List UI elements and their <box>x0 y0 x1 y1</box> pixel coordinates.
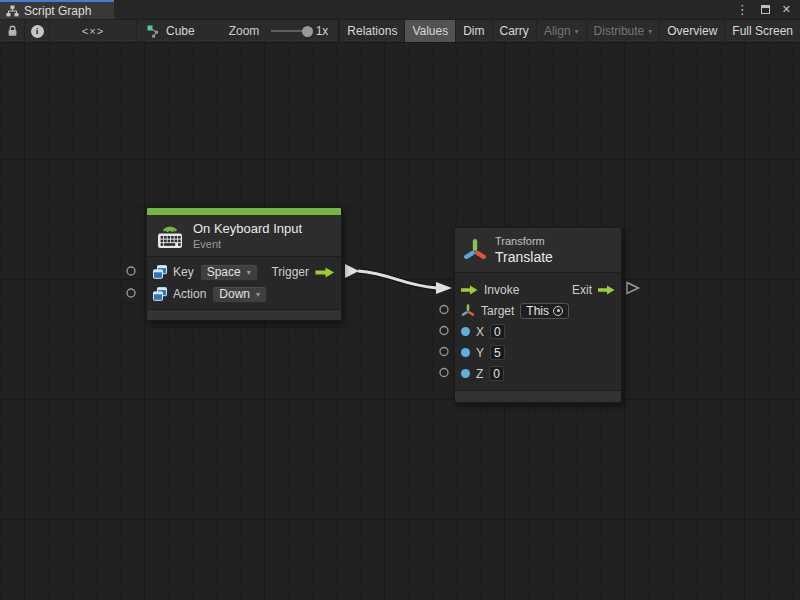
target-port-row: Target This <box>455 300 621 321</box>
y-port-row: Y 5 <box>455 342 621 363</box>
x-value-input[interactable]: 0 <box>490 324 505 339</box>
enum-value-icon <box>153 287 167 301</box>
lock-icon <box>7 25 18 37</box>
node-footer <box>455 391 621 402</box>
node-title: Translate <box>495 249 553 265</box>
key-input-port[interactable] <box>127 267 135 275</box>
z-port-label: Z <box>476 367 483 381</box>
graph-pointer-icon <box>147 25 160 38</box>
zoom-label: Zoom <box>229 24 260 38</box>
on-keyboard-input-node[interactable]: On Keyboard Input Event Key Space ▾ <box>146 207 342 321</box>
script-graph-window: Script Graph ⋮ ✕ i <×> <box>0 0 800 600</box>
node-subtitle: Event <box>193 238 302 250</box>
object-picker-icon[interactable] <box>553 306 563 316</box>
node-footer <box>147 310 341 320</box>
window-controls: ⋮ ✕ <box>736 0 800 19</box>
code-view-button[interactable]: <×> <box>50 20 137 42</box>
action-input-port[interactable] <box>127 289 135 297</box>
y-input-port[interactable] <box>440 348 448 356</box>
enum-value-icon <box>153 265 167 279</box>
trigger-port-label: Trigger <box>271 265 309 279</box>
event-color-bar <box>147 208 341 215</box>
zoom-control: Zoom 1x <box>229 24 329 38</box>
key-port-label: Key <box>173 265 194 279</box>
tab-script-graph[interactable]: Script Graph <box>0 0 114 19</box>
value-dot-icon <box>461 327 470 336</box>
trigger-output-port[interactable] <box>345 264 359 278</box>
info-icon: i <box>31 25 44 38</box>
target-object-field[interactable]: This <box>520 303 569 319</box>
y-value-input[interactable]: 5 <box>490 345 505 360</box>
value-dot-icon <box>461 369 470 378</box>
key-port-row: Key Space ▾ Trigger <box>147 261 341 283</box>
close-icon[interactable]: ✕ <box>782 3 791 16</box>
key-dropdown[interactable]: Space ▾ <box>200 264 258 281</box>
invoke-port-label: Invoke <box>484 283 519 297</box>
exit-output-port[interactable] <box>627 283 639 294</box>
zoom-slider-knob[interactable] <box>302 26 313 37</box>
exit-port-label: Exit <box>572 283 592 297</box>
more-icon[interactable]: ⋮ <box>736 2 749 17</box>
overview-button[interactable]: Overview <box>659 20 724 42</box>
node-title: On Keyboard Input <box>193 221 302 236</box>
node-category: Transform <box>495 235 553 247</box>
info-button[interactable]: i <box>25 20 50 42</box>
target-port-label: Target <box>481 304 514 318</box>
z-input-port[interactable] <box>440 369 448 377</box>
fullscreen-button[interactable]: Full Screen <box>724 20 800 42</box>
tab-bar: Script Graph ⋮ ✕ <box>0 0 800 20</box>
flow-arrow-icon <box>461 285 478 295</box>
transform-icon <box>463 236 487 265</box>
invoke-input-arrowhead <box>436 282 452 294</box>
graph-tab-icon <box>6 5 19 17</box>
transform-mini-icon <box>461 303 475 319</box>
flow-arrow-icon <box>315 267 335 278</box>
zoom-value: 1x <box>316 24 329 38</box>
y-port-label: Y <box>476 346 484 360</box>
chevron-down-icon: ▾ <box>256 290 260 299</box>
chevron-down-icon: ▾ <box>247 268 251 277</box>
value-dot-icon <box>461 348 470 357</box>
context-segment: Cube Zoom 1x <box>137 20 339 42</box>
transform-translate-node[interactable]: Transform Translate Invoke Exit <box>454 227 622 403</box>
z-value-input[interactable]: 0 <box>489 366 504 381</box>
carry-button[interactable]: Carry <box>492 20 536 42</box>
distribute-button[interactable]: Distribute ▾ <box>586 20 660 42</box>
invoke-exit-row: Invoke Exit <box>455 279 621 300</box>
flow-arrow-icon <box>598 285 615 295</box>
z-port-row: Z 0 <box>455 363 621 384</box>
connection-wire[interactable] <box>358 271 437 288</box>
values-button[interactable]: Values <box>404 20 455 42</box>
align-button[interactable]: Align ▾ <box>536 20 586 42</box>
graph-toolbar: i <×> Cube Zoom 1x Relations Values Dim <box>0 20 800 43</box>
angle-x-icon: <×> <box>82 25 104 37</box>
x-input-port[interactable] <box>440 327 448 335</box>
zoom-slider[interactable] <box>271 30 307 32</box>
x-port-label: X <box>476 325 484 339</box>
context-label[interactable]: Cube <box>166 24 195 38</box>
action-dropdown[interactable]: Down ▾ <box>212 286 267 303</box>
keyboard-icon <box>155 222 185 249</box>
graph-canvas[interactable]: On Keyboard Input Event Key Space ▾ <box>0 43 800 600</box>
x-port-row: X 0 <box>455 321 621 342</box>
action-port-row: Action Down ▾ <box>147 283 341 305</box>
chevron-down-icon: ▾ <box>575 27 579 36</box>
chevron-down-icon: ▾ <box>648 27 652 36</box>
target-input-port[interactable] <box>440 306 448 314</box>
lock-button[interactable] <box>0 20 25 42</box>
tab-title: Script Graph <box>24 4 91 18</box>
relations-button[interactable]: Relations <box>339 20 404 42</box>
maximize-icon[interactable] <box>761 5 770 14</box>
action-port-label: Action <box>173 287 206 301</box>
dim-button[interactable]: Dim <box>455 20 491 42</box>
